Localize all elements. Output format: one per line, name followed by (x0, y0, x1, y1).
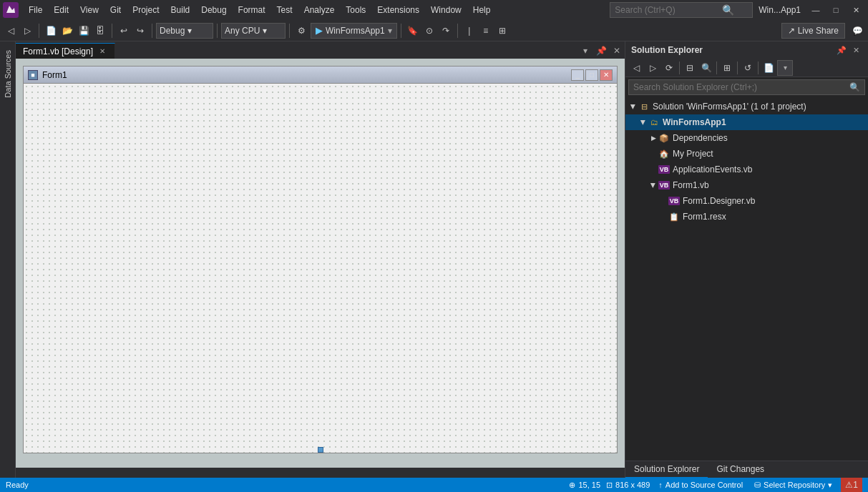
form-maximize-button[interactable]: □ (585, 69, 598, 81)
breakpoint-button[interactable]: ⊙ (421, 23, 437, 39)
menu-debug[interactable]: Debug (195, 2, 232, 18)
menu-tools[interactable]: Tools (340, 2, 371, 18)
run-icon: ▶ (316, 25, 323, 36)
tree-item-form1designer[interactable]: ▶ VB Form1.Designer.vb (625, 193, 868, 209)
form-designer[interactable]: ■ Form1 _ □ ✕ (16, 59, 625, 468)
back-button[interactable]: ◁ (3, 23, 19, 39)
form-minimize-button[interactable]: _ (571, 69, 584, 81)
form-body[interactable] (24, 84, 617, 453)
repo-icon: ⛁ (754, 481, 761, 490)
tab-pin-button[interactable]: 📌 (593, 43, 609, 59)
se-collapse-button[interactable]: ⊟ (682, 60, 698, 76)
menu-extensions[interactable]: Extensions (371, 2, 425, 18)
se-close-button[interactable]: ✕ (849, 44, 862, 56)
menu-bar: File Edit View Git Project Build Debug F… (0, 0, 868, 20)
tree-item-project[interactable]: ▶ 🗂 WinFormsApp1 (625, 114, 868, 130)
form-resize-handle[interactable] (318, 447, 323, 453)
menu-project[interactable]: Project (127, 2, 165, 18)
menu-file[interactable]: File (23, 2, 48, 18)
debug-config-dropdown[interactable]: Debug ▾ (156, 23, 213, 39)
code-btn-3[interactable]: ⊞ (494, 23, 510, 39)
se-search-input[interactable] (633, 82, 849, 92)
save-all-button[interactable]: 🗄 (92, 23, 108, 39)
se-forward-button[interactable]: ▷ (645, 60, 660, 76)
menu-search-box[interactable]: 🔍 (610, 2, 753, 18)
se-toolbar: ◁ ▷ ⟳ ⊟ 🔍 ⊞ ↺ 📄 ▾ (625, 59, 868, 77)
code-btn-1[interactable]: | (462, 23, 477, 39)
add-to-source-control-button[interactable]: ↑ Add to Source Control (655, 478, 746, 492)
close-button[interactable]: ✕ (847, 2, 865, 18)
run-project-dropdown[interactable]: ▶ WinFormsApp1 ▾ (311, 23, 397, 39)
tree-item-form1resx[interactable]: ▶ 📋 Form1.resx (625, 209, 868, 225)
menu-git[interactable]: Git (104, 2, 127, 18)
se-property-pages-button[interactable]: 📄 (761, 60, 776, 76)
menu-search-input[interactable] (615, 5, 722, 15)
error-count: 1 (853, 480, 858, 490)
form-close-button[interactable]: ✕ (600, 69, 613, 81)
solution-expand-arrow[interactable]: ▶ (628, 102, 638, 112)
form1vb-label: Form1.vb (673, 180, 709, 190)
feedback-button[interactable]: 💬 (849, 23, 865, 39)
se-tab-solution-explorer[interactable]: Solution Explorer (625, 461, 708, 478)
maximize-button[interactable]: □ (826, 2, 845, 18)
tab-bar: Form1.vb [Design] ✕ ▾ 📌 ✕ (16, 41, 625, 59)
designer-scrollbar[interactable] (16, 468, 625, 478)
project-expand-arrow[interactable]: ▶ (638, 117, 648, 127)
bookmark-group: 🔖 ⊙ ↷ (405, 23, 454, 39)
tree-item-myproject[interactable]: ▶ 🏠 My Project (625, 146, 868, 162)
se-sync-button[interactable]: ⟳ (661, 60, 677, 76)
tree-item-form1vb[interactable]: ▶ VB Form1.vb (625, 177, 868, 193)
se-search-box[interactable]: 🔍 (628, 79, 865, 95)
live-share-button[interactable]: ↗ Live Share (781, 23, 845, 39)
toolbar-sep-3 (152, 24, 152, 38)
menu-build[interactable]: Build (165, 2, 196, 18)
cpu-dropdown[interactable]: Any CPU ▾ (221, 23, 286, 39)
menu-view[interactable]: View (74, 2, 104, 18)
select-repo-label: Select Repository (764, 481, 825, 489)
form-titlebar: ■ Form1 _ □ ✕ (24, 67, 617, 84)
new-file-button[interactable]: 📄 (43, 23, 59, 39)
tree-item-dependencies[interactable]: ▶ 📦 Dependencies (625, 130, 868, 146)
attach-button[interactable]: ⚙ (293, 23, 309, 39)
menu-analyze[interactable]: Analyze (298, 2, 341, 18)
se-show-all-button[interactable]: ⊞ (719, 60, 735, 76)
se-tab-git-changes[interactable]: Git Changes (708, 461, 773, 478)
error-badge[interactable]: ⚠ 1 (841, 478, 862, 492)
menu-format[interactable]: Format (233, 2, 271, 18)
se-filter-button[interactable]: 🔍 (698, 60, 714, 76)
se-pin-button[interactable]: 📌 (835, 44, 848, 56)
save-button[interactable]: 💾 (76, 23, 92, 39)
select-repository-button[interactable]: ⛁ Select Repository ▾ (751, 478, 835, 492)
step-over-button[interactable]: ↷ (438, 23, 454, 39)
menu-window[interactable]: Window (425, 2, 467, 18)
bookmark-button[interactable]: 🔖 (405, 23, 421, 39)
dependencies-expand-arrow[interactable]: ▶ (648, 133, 658, 143)
se-view-dropdown[interactable]: ▾ (777, 60, 793, 76)
data-sources-tab[interactable]: Data Sources (2, 44, 14, 104)
tab-list-button[interactable]: ▾ (577, 43, 593, 59)
minimize-button[interactable]: — (806, 2, 825, 18)
se-refresh-button[interactable]: ↺ (740, 60, 756, 76)
form1-design-tab[interactable]: Form1.vb [Design] ✕ (16, 43, 115, 59)
form1vb-expand-arrow[interactable]: ▶ (648, 180, 658, 190)
vb-badge-designer: VB (668, 197, 681, 205)
editor-area: Form1.vb [Design] ✕ ▾ 📌 ✕ ■ Form1 _ □ ✕ (16, 41, 625, 478)
live-share-label: Live Share (798, 26, 839, 36)
menu-help[interactable]: Help (467, 2, 497, 18)
se-back-button[interactable]: ◁ (628, 60, 644, 76)
tree-item-appevents[interactable]: ▶ VB ApplicationEvents.vb (625, 162, 868, 177)
redo-button[interactable]: ↪ (132, 23, 148, 39)
toolbar-sep-2 (112, 24, 112, 38)
undo-button[interactable]: ↩ (116, 23, 132, 39)
code-group: | ≡ ⊞ (462, 23, 510, 39)
open-file-button[interactable]: 📂 (59, 23, 75, 39)
tab-close-button[interactable]: ✕ (97, 46, 107, 56)
tree-item-solution[interactable]: ▶ ⊟ Solution 'WinFormsApp1' (1 of 1 proj… (625, 99, 868, 114)
vs-logo (3, 2, 19, 18)
menu-edit[interactable]: Edit (48, 2, 74, 18)
se-title: Solution Explorer (631, 45, 835, 55)
menu-test[interactable]: Test (271, 2, 298, 18)
forward-button[interactable]: ▷ (19, 23, 35, 39)
tab-close-all-button[interactable]: ✕ (609, 43, 625, 59)
code-btn-2[interactable]: ≡ (478, 23, 494, 39)
